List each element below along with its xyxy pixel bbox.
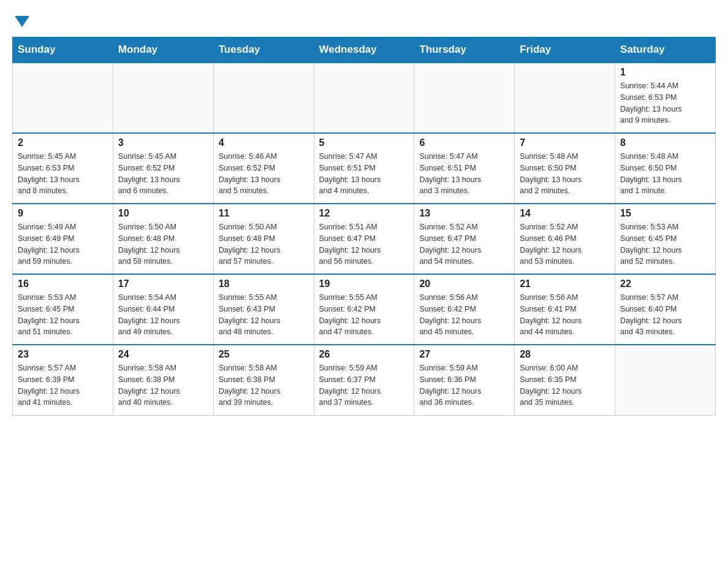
day-number: 4 xyxy=(219,137,309,148)
calendar-cell: 22Sunrise: 5:57 AM Sunset: 6:40 PM Dayli… xyxy=(615,274,716,345)
calendar-cell: 10Sunrise: 5:50 AM Sunset: 6:48 PM Dayli… xyxy=(113,204,213,274)
day-number: 20 xyxy=(419,278,509,289)
calendar-cell: 8Sunrise: 5:48 AM Sunset: 6:50 PM Daylig… xyxy=(615,133,716,204)
calendar-cell: 11Sunrise: 5:50 AM Sunset: 6:48 PM Dayli… xyxy=(213,204,314,274)
day-info: Sunrise: 5:45 AM Sunset: 6:52 PM Dayligh… xyxy=(118,151,208,197)
calendar-cell xyxy=(13,63,113,133)
day-info: Sunrise: 5:57 AM Sunset: 6:40 PM Dayligh… xyxy=(620,292,710,338)
calendar-cell: 25Sunrise: 5:58 AM Sunset: 6:38 PM Dayli… xyxy=(213,345,314,415)
calendar-cell: 24Sunrise: 5:58 AM Sunset: 6:38 PM Dayli… xyxy=(113,345,213,415)
day-number: 16 xyxy=(18,278,108,289)
day-number: 3 xyxy=(118,137,208,148)
calendar-cell: 2Sunrise: 5:45 AM Sunset: 6:53 PM Daylig… xyxy=(13,133,113,204)
calendar-cell: 5Sunrise: 5:47 AM Sunset: 6:51 PM Daylig… xyxy=(314,133,414,204)
day-number: 10 xyxy=(118,208,208,219)
day-number: 14 xyxy=(520,208,610,219)
day-number: 11 xyxy=(219,208,309,219)
calendar-cell: 15Sunrise: 5:53 AM Sunset: 6:45 PM Dayli… xyxy=(615,204,716,274)
day-info: Sunrise: 5:50 AM Sunset: 6:48 PM Dayligh… xyxy=(118,221,208,267)
week-row-4: 16Sunrise: 5:53 AM Sunset: 6:45 PM Dayli… xyxy=(13,274,716,345)
day-number: 22 xyxy=(620,278,710,289)
calendar-cell: 4Sunrise: 5:46 AM Sunset: 6:52 PM Daylig… xyxy=(213,133,314,204)
calendar-cell: 19Sunrise: 5:55 AM Sunset: 6:42 PM Dayli… xyxy=(314,274,414,345)
day-number: 17 xyxy=(118,278,208,289)
day-info: Sunrise: 5:53 AM Sunset: 6:45 PM Dayligh… xyxy=(18,292,108,338)
day-info: Sunrise: 5:59 AM Sunset: 6:37 PM Dayligh… xyxy=(319,362,409,408)
calendar-cell: 28Sunrise: 6:00 AM Sunset: 6:35 PM Dayli… xyxy=(515,345,615,415)
calendar-cell: 20Sunrise: 5:56 AM Sunset: 6:42 PM Dayli… xyxy=(414,274,515,345)
day-info: Sunrise: 5:48 AM Sunset: 6:50 PM Dayligh… xyxy=(520,151,610,197)
calendar-cell xyxy=(213,63,314,133)
weekday-header-thursday: Thursday xyxy=(414,37,515,63)
calendar-cell: 21Sunrise: 5:56 AM Sunset: 6:41 PM Dayli… xyxy=(515,274,615,345)
day-info: Sunrise: 5:54 AM Sunset: 6:44 PM Dayligh… xyxy=(118,292,208,338)
day-info: Sunrise: 5:56 AM Sunset: 6:42 PM Dayligh… xyxy=(419,292,509,338)
calendar-cell: 3Sunrise: 5:45 AM Sunset: 6:52 PM Daylig… xyxy=(113,133,213,204)
calendar-table: SundayMondayTuesdayWednesdayThursdayFrid… xyxy=(12,37,716,416)
day-info: Sunrise: 5:55 AM Sunset: 6:43 PM Dayligh… xyxy=(219,292,309,338)
calendar-cell: 14Sunrise: 5:52 AM Sunset: 6:46 PM Dayli… xyxy=(515,204,615,274)
day-info: Sunrise: 5:56 AM Sunset: 6:41 PM Dayligh… xyxy=(520,292,610,338)
day-number: 26 xyxy=(319,349,409,360)
day-info: Sunrise: 5:52 AM Sunset: 6:46 PM Dayligh… xyxy=(520,221,610,267)
logo-arrow-icon xyxy=(15,16,29,27)
day-number: 12 xyxy=(319,208,409,219)
calendar-cell: 23Sunrise: 5:57 AM Sunset: 6:39 PM Dayli… xyxy=(13,345,113,415)
weekday-header-saturday: Saturday xyxy=(615,37,716,63)
weekday-header-monday: Monday xyxy=(113,37,213,63)
day-info: Sunrise: 5:49 AM Sunset: 6:49 PM Dayligh… xyxy=(18,221,108,267)
weekday-header-friday: Friday xyxy=(515,37,615,63)
week-row-5: 23Sunrise: 5:57 AM Sunset: 6:39 PM Dayli… xyxy=(13,345,716,415)
day-number: 19 xyxy=(319,278,409,289)
calendar-cell: 9Sunrise: 5:49 AM Sunset: 6:49 PM Daylig… xyxy=(13,204,113,274)
day-info: Sunrise: 5:51 AM Sunset: 6:47 PM Dayligh… xyxy=(319,221,409,267)
calendar-cell xyxy=(314,63,414,133)
day-number: 18 xyxy=(219,278,309,289)
day-info: Sunrise: 5:52 AM Sunset: 6:47 PM Dayligh… xyxy=(419,221,509,267)
logo xyxy=(12,12,29,27)
weekday-header-sunday: Sunday xyxy=(13,37,113,63)
calendar-cell: 17Sunrise: 5:54 AM Sunset: 6:44 PM Dayli… xyxy=(113,274,213,345)
calendar-cell: 1Sunrise: 5:44 AM Sunset: 6:53 PM Daylig… xyxy=(615,63,716,133)
calendar-cell: 13Sunrise: 5:52 AM Sunset: 6:47 PM Dayli… xyxy=(414,204,515,274)
calendar-header-row: SundayMondayTuesdayWednesdayThursdayFrid… xyxy=(13,37,716,63)
day-info: Sunrise: 5:45 AM Sunset: 6:53 PM Dayligh… xyxy=(18,151,108,197)
day-info: Sunrise: 6:00 AM Sunset: 6:35 PM Dayligh… xyxy=(520,362,610,408)
calendar-cell: 27Sunrise: 5:59 AM Sunset: 6:36 PM Dayli… xyxy=(414,345,515,415)
day-number: 5 xyxy=(319,137,409,148)
day-number: 8 xyxy=(620,137,710,148)
weekday-header-tuesday: Tuesday xyxy=(213,37,314,63)
day-info: Sunrise: 5:58 AM Sunset: 6:38 PM Dayligh… xyxy=(118,362,208,408)
day-info: Sunrise: 5:59 AM Sunset: 6:36 PM Dayligh… xyxy=(419,362,509,408)
day-number: 6 xyxy=(419,137,509,148)
day-info: Sunrise: 5:57 AM Sunset: 6:39 PM Dayligh… xyxy=(18,362,108,408)
day-info: Sunrise: 5:48 AM Sunset: 6:50 PM Dayligh… xyxy=(620,151,710,197)
day-number: 13 xyxy=(419,208,509,219)
week-row-2: 2Sunrise: 5:45 AM Sunset: 6:53 PM Daylig… xyxy=(13,133,716,204)
day-number: 24 xyxy=(118,349,208,360)
day-info: Sunrise: 5:50 AM Sunset: 6:48 PM Dayligh… xyxy=(219,221,309,267)
day-info: Sunrise: 5:47 AM Sunset: 6:51 PM Dayligh… xyxy=(319,151,409,197)
page-header xyxy=(12,12,716,27)
day-number: 21 xyxy=(520,278,610,289)
day-info: Sunrise: 5:55 AM Sunset: 6:42 PM Dayligh… xyxy=(319,292,409,338)
calendar-cell xyxy=(515,63,615,133)
day-number: 27 xyxy=(419,349,509,360)
day-number: 23 xyxy=(18,349,108,360)
calendar-cell xyxy=(414,63,515,133)
calendar-cell: 12Sunrise: 5:51 AM Sunset: 6:47 PM Dayli… xyxy=(314,204,414,274)
calendar-cell: 6Sunrise: 5:47 AM Sunset: 6:51 PM Daylig… xyxy=(414,133,515,204)
calendar-cell: 16Sunrise: 5:53 AM Sunset: 6:45 PM Dayli… xyxy=(13,274,113,345)
calendar-cell: 18Sunrise: 5:55 AM Sunset: 6:43 PM Dayli… xyxy=(213,274,314,345)
day-number: 25 xyxy=(219,349,309,360)
week-row-3: 9Sunrise: 5:49 AM Sunset: 6:49 PM Daylig… xyxy=(13,204,716,274)
day-info: Sunrise: 5:53 AM Sunset: 6:45 PM Dayligh… xyxy=(620,221,710,267)
day-number: 28 xyxy=(520,349,610,360)
day-number: 1 xyxy=(620,67,710,78)
day-number: 7 xyxy=(520,137,610,148)
calendar-cell xyxy=(113,63,213,133)
calendar-cell: 26Sunrise: 5:59 AM Sunset: 6:37 PM Dayli… xyxy=(314,345,414,415)
day-info: Sunrise: 5:46 AM Sunset: 6:52 PM Dayligh… xyxy=(219,151,309,197)
day-number: 15 xyxy=(620,208,710,219)
calendar-cell: 7Sunrise: 5:48 AM Sunset: 6:50 PM Daylig… xyxy=(515,133,615,204)
